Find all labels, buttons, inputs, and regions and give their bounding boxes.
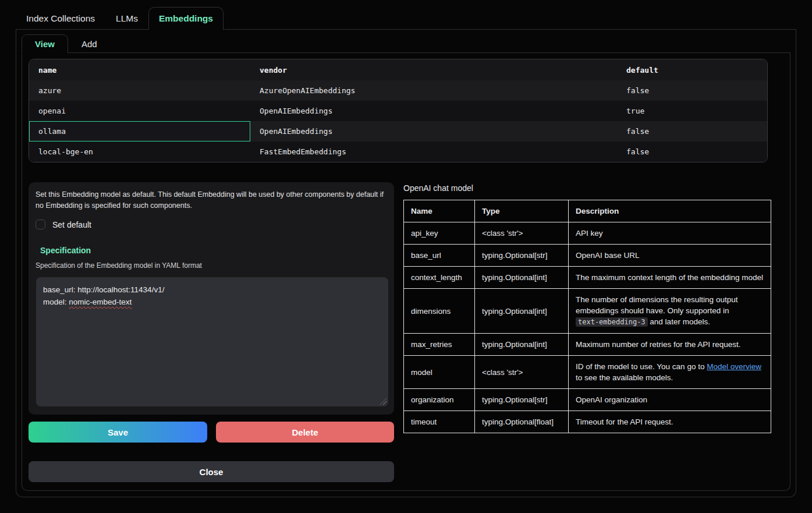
embedding-row-openai[interactable]: openaiOpenAIEmbeddingstrue — [29, 101, 767, 121]
default-description: Set this Embedding model as default. Thi… — [36, 189, 387, 211]
yaml-line: model: nomic-embed-text — [43, 296, 381, 308]
schema-cell-type: typing.Optional[str] — [475, 389, 569, 411]
schema-cell-type: typing.Optional[int] — [475, 267, 569, 289]
schema-row-context_length: context_lengthtyping.Optional[int]The ma… — [404, 267, 771, 289]
set-default-checkbox[interactable] — [36, 220, 45, 229]
left-column: Set this Embedding model as default. Thi… — [29, 182, 394, 482]
schema-row-timeout: timeouttyping.Optional[float]Timeout for… — [404, 411, 771, 433]
subtab-add[interactable]: Add — [68, 34, 111, 53]
column-header-name: name — [29, 59, 250, 80]
schema-cell-name: context_length — [404, 267, 475, 289]
schema-column: OpenAI chat model NameTypeDescription ap… — [403, 182, 771, 433]
main-tab-bar: Index Collections LLMs Embeddings — [16, 7, 796, 30]
schema-column-header-type: Type — [475, 200, 569, 222]
cell-name[interactable]: azure — [29, 80, 250, 101]
resize-handle[interactable] — [380, 398, 387, 405]
schema-row-model: model<class 'str'>ID of the model to use… — [404, 356, 771, 389]
column-header-vendor: vendor — [250, 59, 617, 80]
schema-title: OpenAI chat model — [403, 183, 771, 193]
schema-cell-type: typing.Optional[str] — [475, 245, 569, 267]
cell-name[interactable]: ollama — [29, 121, 250, 141]
specification-heading: Specification — [40, 246, 387, 255]
schema-cell-name: organization — [404, 389, 475, 411]
schema-row-base_url: base_urltyping.Optional[str]OpenAI base … — [404, 245, 771, 267]
set-default-checkbox-row[interactable]: Set default — [36, 220, 387, 229]
schema-row-api_key: api_key<class 'str'>API key — [404, 222, 771, 245]
schema-cell-name: dimensions — [404, 289, 475, 334]
save-button[interactable]: Save — [29, 422, 207, 443]
schema-cell-description: The number of dimensions the resulting o… — [569, 289, 771, 334]
close-button[interactable]: Close — [29, 461, 394, 482]
schema-row-max_retries: max_retriestyping.Optional[int]Maximum n… — [404, 334, 771, 356]
yaml-spec-textarea[interactable]: base_url: http://localhost:11434/v1/mode… — [36, 277, 388, 406]
set-default-label: Set default — [52, 220, 91, 229]
schema-table: NameTypeDescription api_key<class 'str'>… — [403, 200, 771, 433]
embedding-row-local-bge-en[interactable]: local-bge-enFastEmbedEmbeddingsfalse — [29, 141, 767, 162]
schema-cell-description: OpenAI base URL — [569, 245, 771, 267]
schema-cell-description: Timeout for the API request. — [569, 411, 771, 433]
schema-cell-name: base_url — [404, 245, 475, 267]
schema-table-body: api_key<class 'str'>API keybase_urltypin… — [404, 222, 771, 433]
embeddings-table-header: namevendordefault — [29, 59, 767, 80]
cell-default[interactable]: false — [617, 121, 767, 141]
delete-button[interactable]: Delete — [216, 422, 394, 443]
column-header-default: default — [617, 59, 767, 80]
sub-tab-bar: View Add — [22, 34, 790, 53]
yaml-line: base_url: http://localhost:11434/v1/ — [43, 284, 381, 296]
embeddings-table-wrapper: namevendordefault azureAzureOpenAIEmbedd… — [29, 59, 768, 162]
cell-default[interactable]: false — [617, 141, 767, 162]
cell-name[interactable]: openai — [29, 101, 250, 121]
embeddings-panel: View Add namevendordefault azureAzureOpe… — [16, 30, 796, 497]
cell-vendor[interactable]: OpenAIEmbeddings — [250, 121, 617, 141]
schema-cell-name: max_retries — [404, 334, 475, 356]
schema-cell-type: <class 'str'> — [475, 356, 569, 389]
schema-row-dimensions: dimensionstyping.Optional[int]The number… — [404, 289, 771, 334]
schema-cell-type: typing.Optional[int] — [475, 334, 569, 356]
schema-cell-description: OpenAI organization — [569, 389, 771, 411]
specification-caption: Specification of the Embedding model in … — [36, 261, 387, 270]
schema-table-header: NameTypeDescription — [404, 200, 771, 222]
cell-vendor[interactable]: AzureOpenAIEmbeddings — [250, 80, 617, 101]
tab-llms[interactable]: LLMs — [105, 7, 148, 30]
tab-embeddings[interactable]: Embeddings — [148, 7, 224, 30]
action-button-row: Save Delete — [29, 422, 394, 443]
cell-name[interactable]: local-bge-en — [29, 141, 250, 162]
misspelled-word: nomic-embed-text — [69, 298, 132, 306]
model-overview-link[interactable]: Model overview — [707, 362, 761, 371]
view-panel: namevendordefault azureAzureOpenAIEmbedd… — [22, 53, 790, 491]
cell-vendor[interactable]: OpenAIEmbeddings — [250, 101, 617, 121]
schema-cell-name: timeout — [404, 411, 475, 433]
schema-cell-description: ID of the model to use. You can go to Mo… — [569, 356, 771, 389]
cell-default[interactable]: false — [617, 80, 767, 101]
schema-cell-type: <class 'str'> — [475, 222, 569, 245]
schema-cell-description: Maximum number of retries for the API re… — [569, 334, 771, 356]
subtab-view[interactable]: View — [22, 34, 68, 53]
schema-row-organization: organizationtyping.Optional[str]OpenAI o… — [404, 389, 771, 411]
cell-default[interactable]: true — [617, 101, 767, 121]
embeddings-table: namevendordefault azureAzureOpenAIEmbedd… — [29, 59, 767, 162]
schema-cell-type: typing.Optional[int] — [475, 289, 569, 334]
tab-index-collections[interactable]: Index Collections — [16, 7, 105, 30]
code-chip: text-embedding-3 — [576, 317, 648, 327]
embedding-row-ollama[interactable]: ollamaOpenAIEmbeddingsfalse — [29, 121, 767, 141]
schema-column-header-name: Name — [404, 200, 475, 222]
cell-vendor[interactable]: FastEmbedEmbeddings — [250, 141, 617, 162]
schema-cell-description: The maximum context length of the embedd… — [569, 267, 771, 289]
schema-cell-type: typing.Optional[float] — [475, 411, 569, 433]
schema-cell-description: API key — [569, 222, 771, 245]
schema-cell-name: model — [404, 356, 475, 389]
schema-cell-name: api_key — [404, 222, 475, 245]
default-spec-panel: Set this Embedding model as default. Thi… — [29, 182, 394, 415]
embeddings-table-body: azureAzureOpenAIEmbeddingsfalseopenaiOpe… — [29, 80, 767, 162]
detail-area: Set this Embedding model as default. Thi… — [29, 182, 783, 482]
embeddings-app: Index Collections LLMs Embeddings View A… — [16, 7, 796, 497]
embedding-row-azure[interactable]: azureAzureOpenAIEmbeddingsfalse — [29, 80, 767, 101]
schema-column-header-description: Description — [569, 200, 771, 222]
